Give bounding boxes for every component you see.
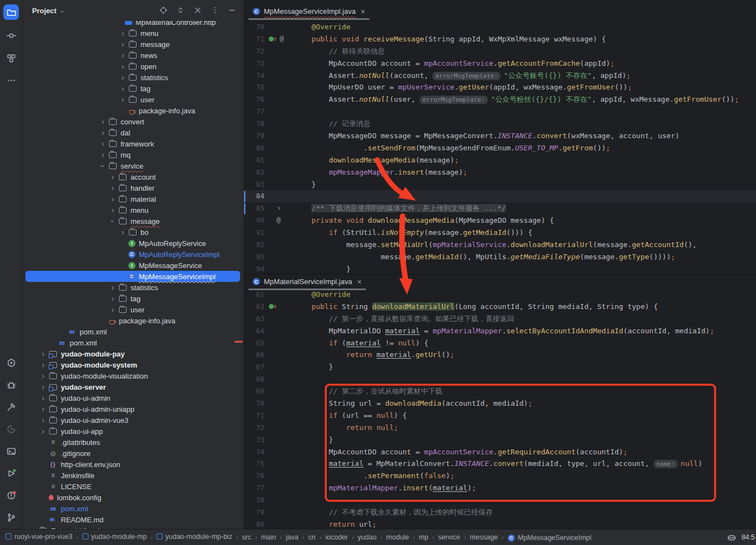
gutter[interactable]: 76 [243, 470, 294, 482]
tree-item-license[interactable]: ≡LICENSE [22, 481, 243, 492]
code-line-79[interactable]: 79 MpMessageDO message = MpMessageConver… [243, 130, 756, 142]
tree-item-user[interactable]: ›user [22, 304, 243, 315]
gutter[interactable]: 74 [243, 446, 294, 458]
tree-item-yudao-ui-admin-vue3[interactable]: ›yudao-ui-admin-vue3 [22, 415, 243, 426]
chevron-collapsed-icon[interactable]: › [117, 50, 128, 60]
chevron-collapsed-icon[interactable]: › [97, 139, 108, 148]
gutter[interactable]: 75 [243, 81, 294, 93]
code-line-83[interactable]: 83 } [243, 179, 756, 191]
tree-item-bo[interactable]: ›bo [22, 227, 243, 238]
breadcrumb-item-yudao-module-mp-biz[interactable]: yudao-module-mp-biz [157, 533, 232, 541]
gutter[interactable]: 81 [243, 154, 294, 166]
chevron-collapsed-icon[interactable]: › [107, 294, 118, 303]
locate-file-icon[interactable] [158, 5, 168, 15]
gutter[interactable]: 80 [243, 518, 294, 530]
code-line-73[interactable]: 73 } [243, 434, 756, 446]
options-kebab-icon[interactable] [210, 5, 220, 15]
chevron-collapsed-icon[interactable]: › [38, 371, 49, 380]
gutter[interactable]: 94 [243, 263, 294, 275]
code-line-70[interactable]: 70 String url = downloadMedia(accountId,… [243, 397, 756, 410]
chevron-collapsed-icon[interactable]: › [107, 282, 118, 292]
editor-pane-bottom[interactable]: 61 @Override62↑ public String downloadMa… [243, 289, 756, 530]
code-line-61[interactable]: 61 @Override [243, 289, 756, 301]
chevron-collapsed-icon[interactable]: › [97, 128, 108, 137]
code-line-71[interactable]: 71↑@ public void receiveMessage(String a… [243, 33, 756, 45]
more-tools-icon[interactable] [3, 72, 19, 88]
tree-item-lombok-config[interactable]: lombok.config [22, 492, 243, 503]
close-icon[interactable]: × [361, 7, 365, 16]
gutter[interactable]: 71↑@ [243, 33, 294, 45]
tree-item-material[interactable]: ›material [22, 193, 243, 205]
tree-item-pom-xml[interactable]: mpom.xml [22, 337, 243, 348]
code-line-66[interactable]: 66 return material.getUrl(); [243, 349, 756, 361]
code-line-62[interactable]: 62↑ public String downloadMaterialUrl(Lo… [243, 301, 756, 313]
project-folder-icon[interactable] [3, 4, 19, 20]
breadcrumb-item-service[interactable]: service [438, 533, 460, 541]
tree-item-mpautoreplyserviceimpl[interactable]: CMpAutoReplyServiceImpl [22, 249, 243, 260]
tree-item-tag[interactable]: ›tag [22, 293, 243, 304]
tree-item-menu[interactable]: ›menu [22, 28, 243, 39]
code-line-75[interactable]: 75 material = MpMaterialConvert.INSTANCE… [243, 458, 756, 470]
chevron-collapsed-icon[interactable]: › [107, 183, 118, 192]
tree-item-yudao-module-visualization[interactable]: ›yudao-module-visualization [22, 370, 243, 381]
chevron-collapsed-icon[interactable]: › [38, 360, 49, 369]
tree-item-yudao-module-pay[interactable]: ›yudao-module-pay [22, 348, 243, 359]
chevron-collapsed-icon[interactable]: › [117, 227, 128, 237]
terminal-icon[interactable] [3, 443, 19, 459]
gutter[interactable]: 65 [243, 337, 294, 349]
collapse-all-icon[interactable] [192, 5, 202, 15]
code-line-80[interactable]: 80 .setSendFrom(MpMessageSendFromEnum.US… [243, 142, 756, 154]
code-line-94[interactable]: 94 } [243, 263, 756, 275]
git-branch-icon[interactable] [3, 510, 19, 525]
code-line-90[interactable]: 90@ private void downloadMessageMedia(Mp… [243, 214, 756, 227]
tree-item-mpmessageservice[interactable]: IMpMessageService [22, 260, 243, 271]
tree-item-framework[interactable]: ›framework [22, 138, 243, 149]
code-line-73[interactable]: 73 MpAccountDO account = mpAccountServic… [243, 57, 756, 70]
tree-item-handler[interactable]: ›handler [22, 182, 243, 193]
chevron-collapsed-icon[interactable]: › [97, 117, 108, 126]
commit-icon[interactable] [3, 28, 19, 43]
editor-pane-top[interactable]: 70 @Override71↑@ public void receiveMess… [243, 20, 756, 275]
gutter[interactable]: 93 [243, 251, 294, 263]
gutter[interactable]: 91 [243, 227, 294, 239]
code-line-81[interactable]: 81 downloadMessageMedia(message); [243, 154, 756, 166]
code-line-72[interactable]: 72 return null; [243, 422, 756, 434]
gutter[interactable]: 78 [243, 118, 294, 130]
coverage-icon[interactable] [3, 421, 19, 437]
breadcrumb-item-main[interactable]: main [261, 533, 276, 541]
gutter[interactable]: 73 [243, 57, 294, 70]
tree-item-convert[interactable]: ›convert [22, 116, 243, 127]
gutter[interactable]: 79 [243, 130, 294, 142]
chevron-collapsed-icon[interactable]: › [38, 349, 49, 358]
chevron-collapsed-icon[interactable]: › [117, 28, 128, 38]
chevron-collapsed-icon[interactable]: › [117, 83, 128, 93]
breadcrumb-item-module[interactable]: module [387, 533, 409, 541]
chevron-expanded-icon[interactable]: › [108, 216, 118, 227]
code-line-76[interactable]: 76 .setPermanent(false); [243, 470, 756, 482]
chevron-collapsed-icon[interactable]: › [117, 95, 128, 104]
code-line-75[interactable]: 75 MpUserDO user = mpUserService.getUser… [243, 81, 756, 93]
chevron-collapsed-icon[interactable]: › [107, 205, 118, 214]
tree-item-readme-md[interactable]: M↓README.md [22, 514, 243, 525]
code-line-67[interactable]: 67 } [243, 361, 756, 373]
tree-item-tag[interactable]: ›tag [22, 83, 243, 94]
gutter[interactable]: 70 [243, 21, 294, 33]
tree-item-http-client-env-json[interactable]: {}http-client.env.json [22, 459, 243, 470]
problems-icon[interactable] [3, 488, 19, 503]
tree-item-yudao-ui-admin-uniapp[interactable]: ›yudao-ui-admin-uniapp [22, 403, 243, 415]
tree-item-mpautoreplyservice[interactable]: IMpAutoReplyService [22, 238, 243, 249]
code-line-78[interactable]: 78 [243, 494, 756, 506]
override-marker-icon[interactable]: ↑ [269, 301, 277, 313]
gutter[interactable]: 83 [243, 179, 294, 191]
run-icon[interactable] [3, 355, 19, 370]
tree-item-package-info-java[interactable]: package-info.java [22, 315, 243, 326]
code-line-74[interactable]: 74 Assert.notNull(account, errorMsgTempl… [243, 70, 756, 82]
tab-mpmaterialserviceimpl[interactable]: C MpMaterialServiceImpl.java × [247, 275, 367, 289]
breadcrumb-item-cn[interactable]: cn [308, 533, 315, 541]
gutter[interactable]: 77 [243, 106, 294, 118]
tree-item-yudao-module-system[interactable]: ›yudao-module-system [22, 359, 243, 370]
tree-item-service[interactable]: ›service [22, 160, 243, 171]
tree-item-menu[interactable]: ›menu [22, 205, 243, 216]
gutter[interactable]: 63 [243, 313, 294, 325]
code-line-70[interactable]: 70 @Override [243, 21, 756, 33]
